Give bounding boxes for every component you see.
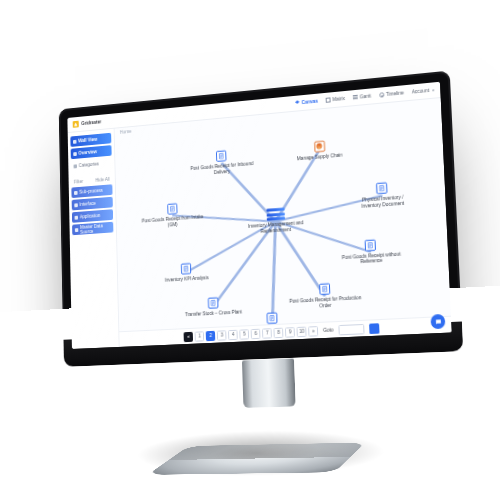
page-button[interactable]: 6 — [251, 328, 261, 339]
sidebar-item-label: Wall View — [78, 137, 97, 143]
graph-node-center[interactable]: Inventory Management and Replenishment — [237, 206, 314, 237]
brand-logo-icon — [73, 121, 79, 128]
graph-node-label: Post Goods Receipt for Production Order — [286, 295, 365, 311]
sidebar-filter-header: FilterHide All — [71, 177, 112, 185]
nav-matrix-label: Matrix — [332, 96, 345, 102]
sidebar-filter-master-data[interactable]: Master Data Source — [72, 222, 113, 235]
pagination: «12345678910» — [184, 326, 319, 342]
layers-icon — [295, 100, 300, 105]
brand[interactable]: Gridraster — [73, 118, 102, 127]
graph-node[interactable]: Post Goods Receipt for Inbound Delivery — [185, 148, 260, 178]
graph-canvas[interactable]: Home — [115, 98, 452, 347]
graph-node[interactable]: Transfer Stock – Cross Plant — [185, 296, 242, 318]
database-icon — [75, 228, 79, 232]
app-body: Wall View Overview Categories FilterHide… — [68, 98, 452, 349]
sidebar-item-label: Application — [80, 213, 101, 219]
filter-hide-all[interactable]: Hide All — [95, 177, 109, 183]
document-icon — [376, 183, 387, 195]
svg-rect-25 — [369, 242, 373, 248]
document-icon — [365, 239, 376, 251]
page-button[interactable]: 10 — [297, 326, 307, 337]
graph-node-label: Post Goods Receipt without Reference — [334, 250, 410, 266]
clock-icon — [379, 92, 384, 98]
svg-line-1 — [273, 150, 322, 221]
graph-node[interactable]: Post Goods Receipt for Production Order — [286, 282, 365, 311]
nav-account[interactable]: Account — [412, 87, 435, 94]
app-screen: Gridraster Canvas Matrix Gantt Timeline … — [67, 82, 451, 349]
nav-timeline[interactable]: Timeline — [379, 90, 404, 97]
graph-node-label: Inventory Management and Replenishment — [238, 220, 314, 237]
graph-node-label: Confirm Receipt of Goods — [246, 324, 299, 332]
flow-icon — [74, 190, 78, 194]
graph-node-label: Manage Supply Chain — [297, 152, 343, 162]
top-nav: Canvas Matrix Gantt Timeline Account — [295, 87, 435, 105]
nav-timeline-label: Timeline — [386, 90, 404, 97]
svg-line-5 — [275, 215, 370, 258]
pagination-goto-label: Goto — [323, 327, 333, 333]
monitor-neck — [242, 359, 296, 408]
filter-header-label: Filter — [74, 179, 83, 185]
document-icon — [319, 284, 330, 296]
graph-node[interactable]: Confirm Receipt of Goods — [246, 311, 299, 332]
nav-gantt[interactable]: Gantt — [353, 93, 372, 100]
page-button[interactable]: 3 — [217, 330, 227, 340]
page-button[interactable]: » — [308, 326, 318, 337]
chat-icon — [434, 318, 442, 326]
sidebar-item-label: Sub-process — [79, 188, 103, 195]
page-button[interactable]: 5 — [240, 329, 250, 340]
page-button[interactable]: « — [184, 331, 193, 341]
overview-icon — [73, 152, 77, 156]
sidebar-filter-subprocess[interactable]: Sub-process — [71, 184, 112, 198]
sidebar-item-label: Overview — [78, 149, 97, 155]
sidebar-filter-interface[interactable]: Interface — [72, 197, 113, 211]
grid-icon — [73, 139, 77, 143]
page-button[interactable]: 8 — [274, 327, 284, 338]
document-icon — [181, 263, 191, 274]
sidebar-filter-application[interactable]: Application — [72, 209, 113, 223]
graph-node[interactable]: Physical Inventory / Inventory Document — [351, 181, 414, 211]
page-button[interactable]: 9 — [285, 327, 295, 338]
page-button[interactable]: 2 — [206, 330, 216, 340]
document-icon — [208, 297, 219, 309]
svg-line-8 — [269, 222, 279, 322]
sidebar: Wall View Overview Categories FilterHide… — [68, 129, 120, 349]
stage: Gridraster Canvas Matrix Gantt Timeline … — [0, 0, 500, 500]
page-button[interactable]: 7 — [262, 328, 272, 339]
page-button[interactable]: 1 — [195, 331, 205, 341]
gantt-icon — [353, 95, 358, 100]
graph-node-label: Transfer Stock – Cross Plant — [185, 309, 242, 318]
graph-nodes: Inventory Management and Replenishment P… — [115, 98, 452, 347]
nav-matrix[interactable]: Matrix — [326, 96, 346, 103]
gear-icon — [314, 140, 325, 152]
sidebar-item-label: Master Data Source — [80, 222, 111, 234]
monitor: Gridraster Canvas Matrix Gantt Timeline … — [59, 71, 463, 367]
nav-canvas-label: Canvas — [301, 99, 318, 106]
monitor-bezel: Gridraster Canvas Matrix Gantt Timeline … — [59, 71, 463, 367]
svg-line-3 — [275, 196, 383, 222]
matrix-icon — [326, 97, 331, 102]
page-button[interactable]: 4 — [228, 329, 238, 339]
pagination-goto-input[interactable] — [338, 323, 364, 334]
graph-node[interactable]: Post Goods Receipt from Intake (GM) — [136, 201, 209, 230]
nav-gantt-label: Gantt — [360, 93, 372, 99]
graph-node[interactable]: Post Goods Receipt without Reference — [333, 237, 410, 267]
brand-name: Gridraster — [81, 119, 101, 126]
graph-node[interactable]: Inventory KPI Analysis — [165, 262, 209, 283]
svg-rect-17 — [380, 186, 384, 192]
graph-node[interactable]: Manage Supply Chain — [296, 139, 342, 162]
graph-node-label: Physical Inventory / Inventory Document — [352, 194, 414, 210]
document-icon — [267, 312, 278, 324]
chat-launcher[interactable] — [430, 314, 445, 329]
graph-node-label: Post Goods Receipt from Intake (GM) — [136, 213, 209, 229]
category-icon — [74, 164, 78, 168]
stack-icon — [266, 208, 284, 221]
interface-icon — [74, 203, 78, 207]
document-icon — [216, 150, 226, 162]
app-icon — [75, 215, 79, 219]
svg-rect-37 — [270, 315, 274, 321]
sidebar-item-label: Categories — [79, 162, 99, 168]
graph-node-label: Post Goods Receipt for Inbound Delivery — [185, 160, 259, 177]
svg-line-7 — [275, 218, 324, 299]
nav-canvas[interactable]: Canvas — [295, 99, 318, 106]
pagination-go-button[interactable] — [369, 323, 379, 334]
